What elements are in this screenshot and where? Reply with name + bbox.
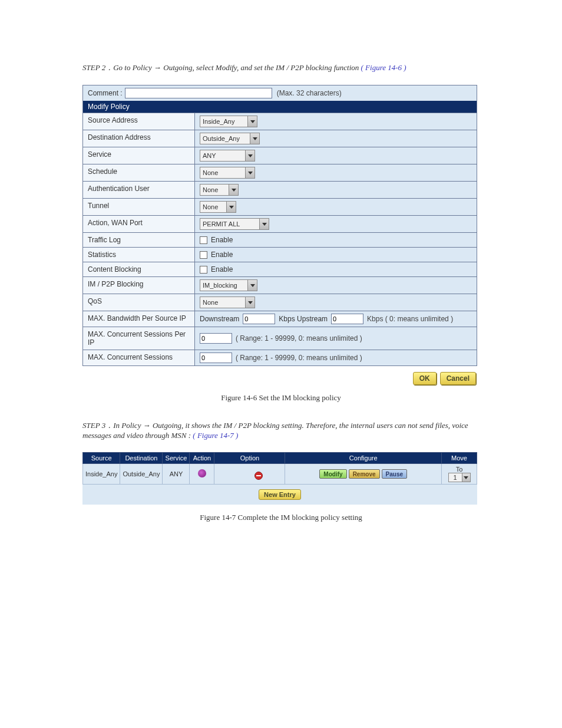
cell-destination: Outside_Any	[120, 464, 163, 485]
checkbox-label-statistics: Enable	[211, 251, 233, 259]
action-permit-icon	[198, 469, 206, 477]
step1-tail: Outgoing, select Modify, and set the IM …	[163, 63, 359, 72]
comment-label: Comment :	[88, 89, 123, 97]
chevron-down-icon	[245, 167, 254, 178]
col-service: Service	[163, 453, 190, 464]
cell-action	[190, 464, 214, 485]
bandwidth-hint: Kbps ( 0: means unlimited )	[367, 315, 453, 323]
chevron-down-icon	[259, 219, 269, 229]
arrow-right-icon: →	[143, 421, 151, 430]
select-schedule[interactable]: None	[200, 167, 255, 179]
label-statistics: Statistics	[83, 248, 195, 262]
new-entry-button[interactable]: New Entry	[259, 489, 301, 500]
checkbox-label-traffic-log: Enable	[211, 236, 233, 244]
label-destination-address: Destination Address	[83, 130, 195, 147]
chevron-down-icon	[245, 150, 254, 161]
ok-button[interactable]: OK	[413, 372, 437, 385]
step2-colon: :	[189, 431, 191, 440]
chevron-down-icon	[229, 185, 238, 195]
label-max-bandwidth: MAX. Bandwidth Per Source IP	[83, 311, 195, 327]
step2-paren: ( Figure 14-7 )	[193, 431, 238, 440]
col-source: Source	[83, 453, 120, 464]
col-action: Action	[190, 453, 214, 464]
chevron-down-icon	[247, 116, 257, 127]
max-sessions-input[interactable]	[200, 353, 232, 363]
new-entry-row: New Entry	[82, 485, 477, 505]
cell-service: ANY	[163, 464, 190, 485]
label-traffic-log: Traffic Log	[83, 233, 195, 247]
checkbox-label-content-blocking: Enable	[211, 265, 233, 274]
label-tunnel: Tunnel	[83, 199, 195, 215]
downstream-label: Downstream	[200, 315, 239, 323]
block-icon	[254, 472, 263, 480]
label-qos: QoS	[83, 294, 195, 311]
cell-move: To 1	[442, 464, 477, 485]
comment-row: Comment : (Max. 32 characters)	[83, 85, 477, 101]
comment-input[interactable]	[125, 88, 272, 98]
table-row: Inside_Any Outside_Any ANY Modify Remove	[83, 464, 477, 485]
select-action-wan[interactable]: PERMIT ALL	[200, 218, 269, 230]
checkbox-content-blocking[interactable]	[200, 266, 207, 274]
select-service[interactable]: ANY	[200, 150, 255, 162]
remove-button[interactable]: Remove	[349, 469, 380, 479]
label-max-sessions: MAX. Concurrent Sessions	[83, 350, 195, 365]
checkbox-traffic-log[interactable]	[200, 236, 207, 244]
label-im-p2p-blocking: IM / P2P Blocking	[83, 277, 195, 294]
label-service: Service	[83, 147, 195, 164]
cancel-button[interactable]: Cancel	[440, 372, 476, 385]
select-tunnel[interactable]: None	[200, 201, 236, 213]
cell-source: Inside_Any	[83, 464, 120, 485]
chevron-down-icon	[462, 473, 470, 482]
col-destination: Destination	[120, 453, 163, 464]
figure-caption-1: Figure 14-6 Set the IM blocking policy	[82, 393, 480, 403]
col-move: Move	[442, 453, 477, 464]
select-auth-user[interactable]: None	[200, 184, 239, 196]
modify-policy-form: Comment : (Max. 32 characters) Modify Po…	[82, 85, 477, 366]
label-schedule: Schedule	[83, 164, 195, 181]
comment-hint: (Max. 32 characters)	[277, 89, 342, 97]
chevron-down-icon	[245, 297, 254, 308]
chevron-down-icon	[247, 280, 257, 291]
col-option: Option	[214, 453, 285, 464]
step2-tail: Outgoing, it shows the IM / P2P blocking…	[82, 421, 468, 440]
chevron-down-icon	[250, 133, 259, 144]
max-sessions-ip-input[interactable]	[200, 333, 232, 344]
figure-caption-2: Figure 14-7 Complete the IM blocking pol…	[82, 513, 480, 522]
select-qos[interactable]: None	[200, 297, 255, 308]
select-destination-address[interactable]: Outside_Any	[200, 133, 260, 144]
policy-table-panel: Source Destination Service Action Option…	[82, 452, 477, 505]
modify-button[interactable]: Modify	[319, 469, 346, 479]
max-sessions-hint: ( Range: 1 - 99999, 0: means unlimited )	[236, 354, 362, 362]
chevron-down-icon	[226, 202, 236, 212]
arrow-right-icon: →	[154, 63, 161, 72]
label-action-wan: Action, WAN Port	[83, 216, 195, 232]
label-max-sessions-ip: MAX. Concurrent Sessions Per IP	[83, 327, 195, 350]
cell-option	[214, 464, 285, 485]
step1-line: STEP 2．Go to Policy → Outgoing, select M…	[82, 62, 480, 73]
label-auth-user: Authentication User	[83, 182, 195, 198]
step2-line: STEP 3．In Policy → Outgoing, it shows th…	[82, 420, 480, 440]
upstream-input[interactable]	[331, 314, 363, 324]
step1-prefix: STEP 2．Go to Policy	[82, 63, 152, 72]
move-to-label: To	[456, 466, 463, 473]
pause-button[interactable]: Pause	[382, 469, 407, 479]
select-im-p2p-blocking[interactable]: IM_blocking	[200, 279, 257, 291]
label-content-blocking: Content Blocking	[83, 262, 195, 276]
max-sessions-ip-hint: ( Range: 1 - 99999, 0: means unlimited )	[236, 334, 362, 342]
downstream-input[interactable]	[243, 314, 275, 324]
form-header: Modify Policy	[83, 101, 477, 113]
cell-configure: Modify Remove Pause	[285, 464, 442, 485]
col-configure: Configure	[285, 453, 442, 464]
select-source-address[interactable]: Inside_Any	[200, 116, 257, 127]
step1-paren: ( Figure 14-6 )	[361, 63, 406, 72]
label-source-address: Source Address	[83, 113, 195, 130]
checkbox-statistics[interactable]	[200, 251, 207, 259]
form-button-bar: OK Cancel	[82, 366, 477, 385]
step2-prefix: STEP 3．In Policy	[82, 421, 141, 430]
upstream-label: Kbps Upstream	[279, 315, 328, 323]
move-select[interactable]: 1	[448, 473, 471, 482]
